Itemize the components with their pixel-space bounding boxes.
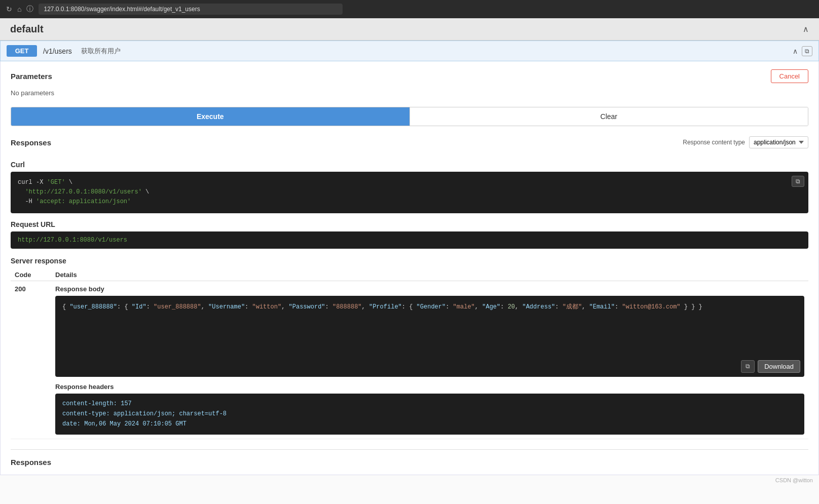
endpoint-copy-button[interactable]: ⧉ bbox=[802, 46, 812, 56]
response-details: Response body { "user_888888": { "Id": "… bbox=[51, 281, 808, 439]
col-details-header: Details bbox=[51, 269, 808, 281]
endpoint-collapse-icon[interactable]: ∧ bbox=[793, 47, 798, 55]
endpoint-path: /v1/users bbox=[43, 47, 72, 55]
curl-section: Curl curl -X 'GET' \ 'http://127.0.0.1:8… bbox=[11, 161, 808, 213]
server-response-table: Code Details 200 Response body { "user_8… bbox=[11, 269, 808, 439]
content-type-label: Response content type bbox=[683, 139, 745, 146]
request-url-title: Request URL bbox=[11, 220, 808, 228]
curl-line2: 'http://127.0.0.1:8080/v1/users' \ bbox=[18, 188, 149, 196]
response-body-title: Response body bbox=[55, 285, 804, 293]
curl-line1: curl -X 'GET' \ bbox=[18, 179, 72, 186]
server-response-section: Server response Code Details 200 Respons… bbox=[11, 257, 808, 439]
endpoint-body: Parameters Cancel No parameters Execute … bbox=[0, 61, 819, 475]
action-buttons: Execute Clear bbox=[11, 107, 808, 126]
section-title: default bbox=[10, 23, 44, 35]
curl-line3: -H 'accept: application/json' bbox=[18, 198, 131, 205]
parameters-header: Parameters Cancel bbox=[11, 69, 808, 83]
responses-header: Responses Response content type applicat… bbox=[11, 136, 808, 152]
page-container: default ∧ GET /v1/users 获取所有用户 ∧ ⧉ Param… bbox=[0, 18, 819, 504]
response-body-code: { "user_888888": { "Id": "user_888888", … bbox=[55, 296, 804, 377]
reload-icon[interactable]: ↻ bbox=[6, 5, 12, 13]
execute-button[interactable]: Execute bbox=[11, 107, 409, 126]
response-body-copy-button[interactable]: ⧉ bbox=[741, 360, 755, 373]
address-bar[interactable]: 127.0.0.1:8080/swagger/index.html#/defau… bbox=[39, 4, 343, 15]
response-headers-code: content-length: 157 content-type: applic… bbox=[55, 394, 804, 435]
bottom-responses-label: Responses bbox=[11, 449, 808, 467]
download-button[interactable]: Download bbox=[758, 360, 800, 373]
request-url-value: http://127.0.0.1:8080/v1/users bbox=[11, 231, 808, 249]
content-type-selector: Response content type application/json bbox=[683, 136, 808, 148]
download-area: ⧉ Download bbox=[741, 360, 800, 373]
clear-button[interactable]: Clear bbox=[409, 107, 808, 126]
endpoint-description: 获取所有用户 bbox=[81, 47, 121, 56]
parameters-title: Parameters bbox=[11, 72, 52, 81]
no-parameters-text: No parameters bbox=[11, 89, 808, 97]
response-code: 200 bbox=[11, 281, 51, 439]
request-url-section: Request URL http://127.0.0.1:8080/v1/use… bbox=[11, 220, 808, 249]
section-header: default ∧ bbox=[0, 18, 819, 41]
responses-title: Responses bbox=[11, 138, 51, 147]
content-type-select[interactable]: application/json bbox=[749, 136, 808, 148]
response-row-200: 200 Response body { "user_888888": { "Id… bbox=[11, 281, 808, 439]
server-response-title: Server response bbox=[11, 257, 808, 265]
col-code-header: Code bbox=[11, 269, 51, 281]
curl-copy-button[interactable]: ⧉ bbox=[792, 176, 804, 187]
response-headers-title: Response headers bbox=[55, 383, 804, 391]
section-collapse-icon[interactable]: ∧ bbox=[803, 24, 809, 34]
watermark: CSDN @witton bbox=[0, 475, 819, 485]
info-icon[interactable]: ⓘ bbox=[26, 5, 33, 14]
browser-bar: ↻ ⌂ ⓘ 127.0.0.1:8080/swagger/index.html#… bbox=[0, 0, 819, 18]
curl-code-block: curl -X 'GET' \ 'http://127.0.0.1:8080/v… bbox=[11, 172, 808, 213]
home-icon[interactable]: ⌂ bbox=[17, 5, 21, 13]
curl-title: Curl bbox=[11, 161, 808, 169]
method-badge: GET bbox=[7, 45, 37, 57]
cancel-button[interactable]: Cancel bbox=[771, 69, 808, 83]
endpoint-row: GET /v1/users 获取所有用户 ∧ ⧉ bbox=[0, 41, 819, 61]
endpoint-controls: ∧ ⧉ bbox=[793, 46, 812, 56]
